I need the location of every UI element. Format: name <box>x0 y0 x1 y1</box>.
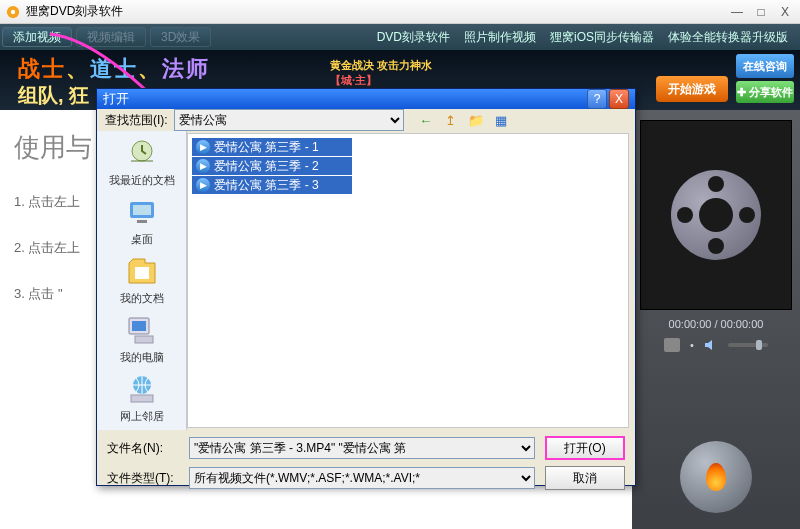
link-ios[interactable]: 狸窝iOS同步传输器 <box>550 29 654 46</box>
file-open-dialog: 打开 ? X 查找范围(I): 爱情公寓 ← ↥ 📁 ▦ 我最近的文档 桌面 <box>96 88 636 486</box>
link-converter[interactable]: 体验全能转换器升级版 <box>668 29 788 46</box>
add-video-button[interactable]: 添加视频 <box>2 27 72 47</box>
close-button[interactable]: X <box>776 5 794 19</box>
svg-rect-5 <box>137 220 147 223</box>
file-item[interactable]: ▶爱情公寓 第三季 - 1 <box>192 138 352 156</box>
banner-deco: 黄金战决 攻击力神水 【城·主】 <box>330 58 432 88</box>
place-network[interactable]: 网上邻居 <box>120 373 164 424</box>
flame-icon <box>706 463 726 491</box>
views-icon[interactable]: ▦ <box>491 110 511 130</box>
filename-field[interactable]: "爱情公寓 第三季 - 3.MP4" "爱情公寓 第 <box>189 437 535 459</box>
toolbar-links: DVD刻录软件 照片制作视频 狸窝iOS同步传输器 体验全能转换器升级版 <box>377 29 800 46</box>
start-game-button[interactable]: 开始游戏 <box>656 76 728 102</box>
svg-rect-9 <box>135 336 153 343</box>
svg-rect-4 <box>133 205 151 215</box>
banner-line2: 组队, 狂 <box>18 82 89 109</box>
svg-point-1 <box>11 9 15 13</box>
main-toolbar: 添加视频 视频编辑 3D效果 DVD刻录软件 照片制作视频 狸窝iOS同步传输器… <box>0 24 800 50</box>
video-file-icon: ▶ <box>196 159 210 173</box>
svg-rect-6 <box>135 267 149 279</box>
video-file-icon: ▶ <box>196 178 210 192</box>
time-display: 00:00:00 / 00:00:00 <box>669 318 764 330</box>
svg-rect-11 <box>131 395 153 402</box>
places-bar: 我最近的文档 桌面 我的文档 我的电脑 网上邻居 <box>97 131 187 430</box>
app-title: 狸窝DVD刻录软件 <box>26 3 123 20</box>
up-icon[interactable]: ↥ <box>441 110 461 130</box>
video-edit-button[interactable]: 视频编辑 <box>76 27 146 47</box>
minimize-button[interactable]: — <box>728 5 746 19</box>
dialog-titlebar: 打开 ? X <box>97 89 635 109</box>
snapshot-icon[interactable] <box>664 338 680 352</box>
ctrl-dot: • <box>690 339 694 351</box>
dialog-help-button[interactable]: ? <box>587 89 607 109</box>
dialog-bottom: 文件名(N): "爱情公寓 第三季 - 3.MP4" "爱情公寓 第 打开(O)… <box>97 430 635 500</box>
volume-slider[interactable] <box>728 343 768 347</box>
player-controls: • <box>664 338 768 352</box>
lookin-row: 查找范围(I): 爱情公寓 ← ↥ 📁 ▦ <box>97 109 635 131</box>
lookin-select[interactable]: 爱情公寓 <box>174 109 404 131</box>
link-photo[interactable]: 照片制作视频 <box>464 29 536 46</box>
online-consult-button[interactable]: 在线咨询 <box>736 54 794 78</box>
filename-label: 文件名(N): <box>107 440 179 457</box>
titlebar: 狸窝DVD刻录软件 — □ X <box>0 0 800 24</box>
preview-viewport <box>640 120 792 310</box>
back-icon[interactable]: ← <box>416 110 436 130</box>
place-mydocs[interactable]: 我的文档 <box>120 255 164 306</box>
volume-icon[interactable] <box>704 338 718 352</box>
maximize-button[interactable]: □ <box>752 5 770 19</box>
newfolder-icon[interactable]: 📁 <box>466 110 486 130</box>
open-button[interactable]: 打开(O) <box>545 436 625 460</box>
filetype-label: 文件类型(T): <box>107 470 179 487</box>
place-recent[interactable]: 我最近的文档 <box>109 137 175 188</box>
preview-panel: 00:00:00 / 00:00:00 • <box>632 110 800 529</box>
app-icon <box>6 5 20 19</box>
dialog-title: 打开 <box>103 90 129 108</box>
video-file-icon: ▶ <box>196 140 210 154</box>
link-dvd[interactable]: DVD刻录软件 <box>377 29 450 46</box>
film-reel-icon <box>671 170 761 260</box>
file-item[interactable]: ▶爱情公寓 第三季 - 3 <box>192 176 352 194</box>
file-item[interactable]: ▶爱情公寓 第三季 - 2 <box>192 157 352 175</box>
burn-button[interactable] <box>680 441 752 513</box>
dialog-close-button[interactable]: X <box>609 89 629 109</box>
place-mycomputer[interactable]: 我的电脑 <box>120 314 164 365</box>
cancel-button[interactable]: 取消 <box>545 466 625 490</box>
filetype-field[interactable]: 所有视频文件(*.WMV;*.ASF;*.WMA;*.AVI;* <box>189 467 535 489</box>
effect-3d-button[interactable]: 3D效果 <box>150 27 211 47</box>
share-button[interactable]: ✚ 分享软件 <box>736 81 794 103</box>
svg-rect-8 <box>132 321 146 331</box>
banner-text: 战士、道士、法师 <box>18 54 210 84</box>
lookin-label: 查找范围(I): <box>105 112 168 129</box>
file-list[interactable]: ▶爱情公寓 第三季 - 1 ▶爱情公寓 第三季 - 2 ▶爱情公寓 第三季 - … <box>187 133 629 428</box>
place-desktop[interactable]: 桌面 <box>125 196 159 247</box>
